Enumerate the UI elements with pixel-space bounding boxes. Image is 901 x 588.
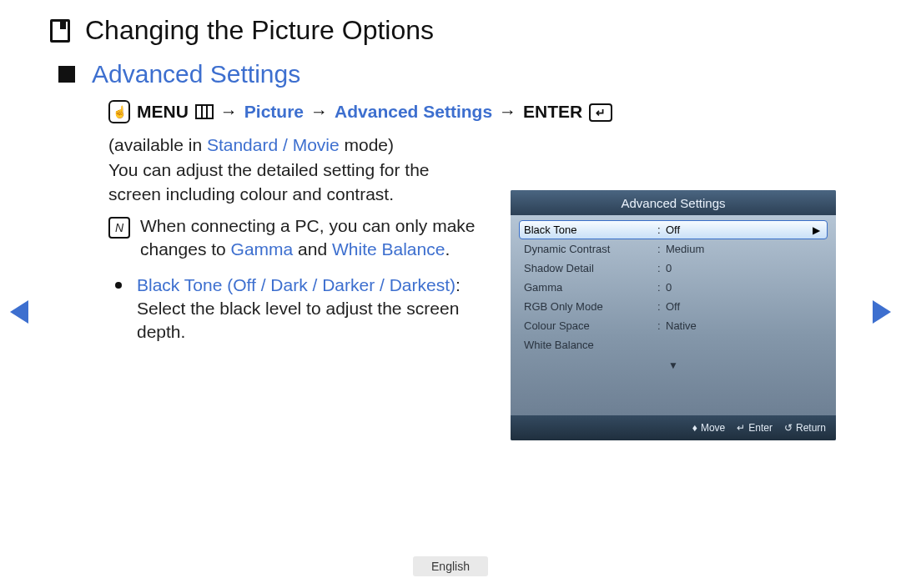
bullet-title: Black Tone (Off / Dark / Darker / Darkes… — [137, 275, 456, 294]
bullet-body-prefix: : — [456, 275, 461, 294]
menu-navigation-path: ☝ MENU → Picture → Advanced Settings → E… — [108, 100, 612, 123]
hand-icon: ☝ — [108, 100, 130, 123]
triangle-left-icon — [10, 300, 28, 324]
bookmark-icon — [50, 19, 70, 43]
page-title: Changing the Picture Options — [85, 15, 434, 46]
osd-footer-return: ↺Return — [784, 422, 826, 434]
osd-row-white-balance[interactable]: White Balance — [519, 335, 828, 354]
osd-footer-enter: ↵Enter — [737, 422, 773, 434]
available-suffix: mode) — [340, 135, 394, 154]
page-next-button[interactable] — [873, 300, 891, 324]
language-label: English — [413, 556, 488, 576]
nav-arrow-2: → — [310, 102, 328, 122]
return-icon: ↺ — [784, 422, 793, 434]
note-block: N When connecting a PC, you can only mak… — [108, 214, 484, 262]
bullet-body: Select the black level to adjust the scr… — [137, 299, 459, 341]
updown-icon: ♦ — [692, 422, 697, 434]
osd-value: Off — [666, 224, 823, 236]
square-bullet-icon — [58, 66, 75, 83]
osd-label: Colour Space — [524, 319, 657, 332]
note-gamma: Gamma — [231, 239, 294, 259]
osd-more-indicator: ▼ — [519, 359, 828, 371]
nav-enter-label: ENTER — [523, 102, 582, 122]
note-white-balance: White Balance — [332, 239, 445, 259]
available-modes: Standard / Movie — [207, 135, 340, 154]
triangle-right-icon — [873, 300, 891, 324]
osd-row-black-tone[interactable]: Black Tone : Off ▶ — [519, 220, 828, 239]
enter-small-icon: ↵ — [737, 422, 745, 434]
osd-panel: Advanced Settings Black Tone : Off ▶ Dyn… — [511, 190, 836, 440]
osd-label: Shadow Detail — [524, 262, 657, 274]
menu-grid-icon — [195, 104, 214, 119]
nav-picture: Picture — [244, 102, 304, 122]
osd-value: Native — [666, 319, 823, 332]
note-icon: N — [108, 217, 130, 239]
osd-row-shadow-detail[interactable]: Shadow Detail : 0 — [519, 259, 828, 278]
osd-row-rgb-only-mode[interactable]: RGB Only Mode : Off — [519, 297, 828, 316]
nav-menu-label: MENU — [137, 102, 189, 122]
body-text: (available in Standard / Movie mode) You… — [108, 133, 484, 344]
osd-value: Off — [666, 300, 823, 313]
nav-advanced: Advanced Settings — [335, 102, 492, 122]
osd-value: 0 — [666, 262, 823, 274]
osd-title: Advanced Settings — [511, 190, 836, 215]
osd-row-colour-space[interactable]: Colour Space : Native — [519, 316, 828, 335]
section-heading: Advanced Settings — [92, 60, 300, 88]
osd-label: RGB Only Mode — [524, 300, 657, 313]
osd-label: Dynamic Contrast — [524, 243, 657, 255]
osd-list: Black Tone : Off ▶ Dynamic Contrast : Me… — [511, 215, 836, 415]
description-text: You can adjust the detailed setting for … — [108, 158, 484, 206]
language-indicator: English — [0, 556, 901, 576]
osd-value: 0 — [666, 281, 823, 294]
nav-arrow-3: → — [499, 102, 516, 122]
enter-icon: ↵ — [589, 103, 612, 122]
osd-label: White Balance — [524, 339, 657, 351]
note-and: and — [293, 239, 332, 259]
osd-footer: ♦Move ↵Enter ↺Return — [511, 415, 836, 440]
bullet-block: Black Tone (Off / Dark / Darker / Darkes… — [108, 274, 484, 344]
osd-label: Black Tone — [524, 224, 657, 236]
nav-arrow-1: → — [220, 102, 238, 122]
osd-label: Gamma — [524, 281, 657, 294]
osd-footer-move: ♦Move — [692, 422, 725, 434]
available-prefix: (available in — [108, 135, 207, 154]
page-prev-button[interactable] — [10, 300, 28, 324]
note-period: . — [445, 239, 450, 259]
osd-value: Medium — [666, 243, 823, 255]
chevron-right-icon: ▶ — [813, 224, 820, 236]
osd-row-dynamic-contrast[interactable]: Dynamic Contrast : Medium — [519, 239, 828, 259]
osd-row-gamma[interactable]: Gamma : 0 — [519, 278, 828, 297]
round-bullet-icon — [115, 282, 122, 289]
